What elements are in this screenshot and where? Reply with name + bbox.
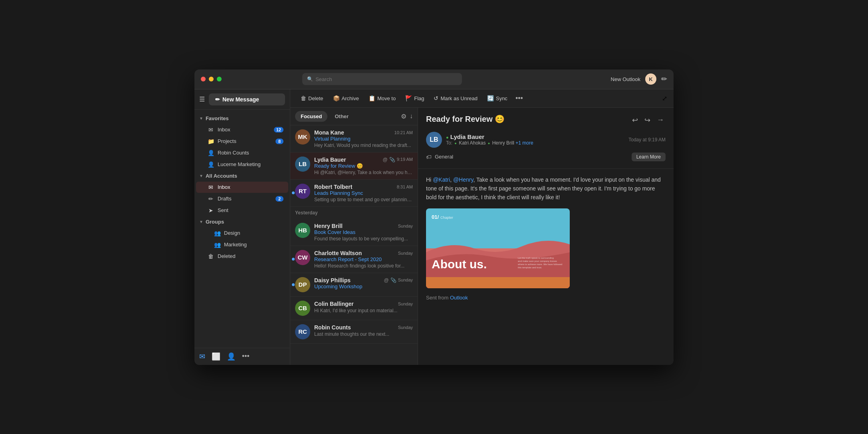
message-time: 8:31 AM	[397, 184, 413, 189]
groups-label: Groups	[206, 219, 224, 225]
message-body: Daisy Phillips @ 📎 Sunday Upcoming Works…	[314, 277, 413, 289]
maximize-button[interactable]	[217, 77, 222, 81]
message-time: Sunday	[398, 277, 413, 283]
avatar: HB	[295, 223, 310, 238]
tag-icon: 🏷	[426, 154, 432, 160]
message-item[interactable]: RT Robert Tolbert 8:31 AM Leads Planning…	[290, 180, 418, 207]
message-list: Focused Other ⚙ ↓ MK M	[290, 108, 418, 365]
expand-icon[interactable]: ⤢	[662, 95, 667, 102]
contacts-bottom-icon[interactable]: 👤	[227, 352, 236, 361]
message-item[interactable]: HB Henry Brill Sunday Book Cover Ideas F…	[290, 219, 418, 246]
more-recipients[interactable]: +1 more	[515, 140, 533, 146]
more-actions-icon[interactable]: •••	[513, 94, 525, 103]
chevron-down-icon: ▼	[199, 174, 203, 178]
message-body: Henry Brill Sunday Book Cover Ideas Foun…	[314, 223, 413, 242]
sidebar-item-label: Sent	[218, 207, 228, 213]
calendar-bottom-icon[interactable]: ⬜	[212, 352, 220, 361]
sender-row: LB ● Lydia Bauer To: ● Katri Ahokas	[426, 132, 666, 148]
message-subject: Ready for Review 😊	[314, 163, 413, 169]
compose-icon[interactable]: ✏	[661, 75, 667, 83]
avatar[interactable]: K	[645, 73, 656, 85]
sent-icon: ➤	[207, 207, 214, 214]
delete-button[interactable]: 🗑 Delete	[297, 93, 327, 103]
groups-header[interactable]: ▼ Groups	[194, 216, 290, 227]
at-icon: @	[384, 277, 389, 283]
reply-all-button[interactable]: ↩	[630, 114, 640, 126]
sidebar-item-design[interactable]: 👥 Design	[196, 228, 288, 239]
message-item[interactable]: RC Robin Counts Sunday Last minute thoug…	[290, 320, 418, 344]
message-item[interactable]: DP Daisy Phillips @ 📎 Sunday	[290, 273, 418, 297]
message-preview: Hi @Katri, @Henry, Take a look when you …	[314, 170, 413, 175]
sender-info: ● Lydia Bauer To: ● Katri Ahokas ● Henry…	[446, 133, 624, 146]
close-button[interactable]	[201, 77, 206, 81]
sender-avatar: LB	[426, 132, 442, 148]
tab-focused[interactable]: Focused	[295, 111, 327, 122]
sidebar-item-marketing[interactable]: 👥 Marketing	[196, 239, 288, 250]
sidebar-item-robin-counts[interactable]: 👤 Robin Counts	[196, 147, 288, 159]
inbox-icon: ✉	[207, 127, 214, 133]
sort-icon[interactable]: ↓	[410, 113, 413, 120]
sender-name: Henry Brill	[314, 223, 343, 229]
sidebar-item-drafts[interactable]: ✏ Drafts 2	[196, 193, 288, 204]
move-to-button[interactable]: 📋 Move to	[365, 93, 400, 103]
forward-button[interactable]: →	[655, 114, 666, 126]
sidebar-item-label: Inbox	[218, 184, 230, 190]
mark-unread-label: Mark as Unread	[440, 95, 477, 101]
delete-icon: 🗑	[301, 95, 306, 101]
sidebar-top: ☰ ✏ New Message	[194, 89, 290, 110]
message-item[interactable]: LB Lydia Bauer @ 📎 9:19 AM	[290, 153, 418, 180]
message-item[interactable]: MK Mona Kane 10:21 AM Virtual Planning H…	[290, 125, 418, 153]
mail-bottom-icon[interactable]: ✉	[199, 352, 205, 361]
learn-more-button[interactable]: Learn More	[632, 153, 666, 161]
message-item[interactable]: CW Charlotte Waltson Sunday Research Rep…	[290, 246, 418, 273]
reply-button[interactable]: ↪	[643, 114, 652, 126]
sync-button[interactable]: 🔄 Sync	[483, 93, 511, 103]
archive-button[interactable]: 📦 Archive	[329, 93, 363, 103]
mark-unread-button[interactable]: ↺ Mark as Unread	[430, 93, 481, 103]
flag-button[interactable]: 🚩 Flag	[401, 93, 428, 103]
drafts-badge: 2	[275, 196, 283, 202]
sender-name: Colin Ballinger	[314, 301, 354, 307]
sidebar-item-label: Drafts	[218, 196, 232, 202]
move-icon: 📋	[369, 95, 375, 101]
mention-henry: @Henry	[453, 176, 474, 183]
sidebar-item-projects[interactable]: 📁 Projects 8	[196, 136, 288, 147]
mark-unread-icon: ↺	[434, 95, 438, 101]
search-input[interactable]	[315, 76, 457, 82]
new-message-button[interactable]: ✏ New Message	[209, 93, 285, 105]
sidebar-item-lucerne[interactable]: 👤 Lucerne Marketing	[196, 159, 288, 170]
sidebar-item-inbox-favorites[interactable]: ✉ Inbox 12	[196, 124, 288, 135]
sidebar-item-sent[interactable]: ➤ Sent	[196, 205, 288, 216]
message-icons: @ 📎 Sunday	[384, 277, 413, 283]
message-body: Lydia Bauer @ 📎 9:19 AM Ready for Review…	[314, 157, 413, 175]
message-list-content: MK Mona Kane 10:21 AM Virtual Planning H…	[290, 125, 418, 365]
message-time: Sunday	[398, 325, 413, 330]
filter-icon[interactable]: ⚙	[401, 113, 406, 120]
message-item[interactable]: CB Colin Ballinger Sunday Hi Katri, I'd …	[290, 297, 418, 320]
tab-other[interactable]: Other	[329, 111, 354, 122]
search-bar[interactable]: 🔍	[302, 73, 462, 85]
svg-text:this template and trust.: this template and trust.	[518, 266, 542, 269]
message-subject: Book Cover Ideas	[314, 229, 413, 235]
more-bottom-icon[interactable]: •••	[242, 352, 250, 361]
person-icon: 👤	[207, 150, 214, 156]
date-separator: Yesterday	[290, 207, 418, 219]
hamburger-menu-icon[interactable]: ☰	[199, 95, 205, 103]
sender-name: Charlotte Waltson	[314, 250, 362, 256]
all-accounts-header[interactable]: ▼ All Accounts	[194, 170, 290, 181]
person-icon: 👤	[207, 161, 214, 168]
sidebar-item-label: Deleted	[218, 253, 236, 259]
chevron-down-icon: ▼	[199, 116, 203, 121]
sidebar-item-deleted[interactable]: 🗑 Deleted	[196, 251, 288, 262]
svg-text:About us.: About us.	[432, 258, 487, 271]
favorites-header[interactable]: ▼ Favorites	[194, 113, 290, 124]
reading-header: Ready for Review 😊 ↩ ↪ → LB ●	[418, 108, 674, 169]
avatar: MK	[295, 129, 310, 145]
sender-name: Daisy Phillips	[314, 277, 351, 283]
sidebar-item-inbox[interactable]: ✉ Inbox	[196, 182, 288, 193]
new-message-label: New Message	[222, 96, 259, 103]
outlook-link[interactable]: Outlook	[450, 295, 468, 301]
sync-label: Sync	[496, 95, 507, 101]
minimize-button[interactable]	[209, 77, 214, 81]
tag-row: 🏷 General Learn More	[426, 150, 666, 164]
